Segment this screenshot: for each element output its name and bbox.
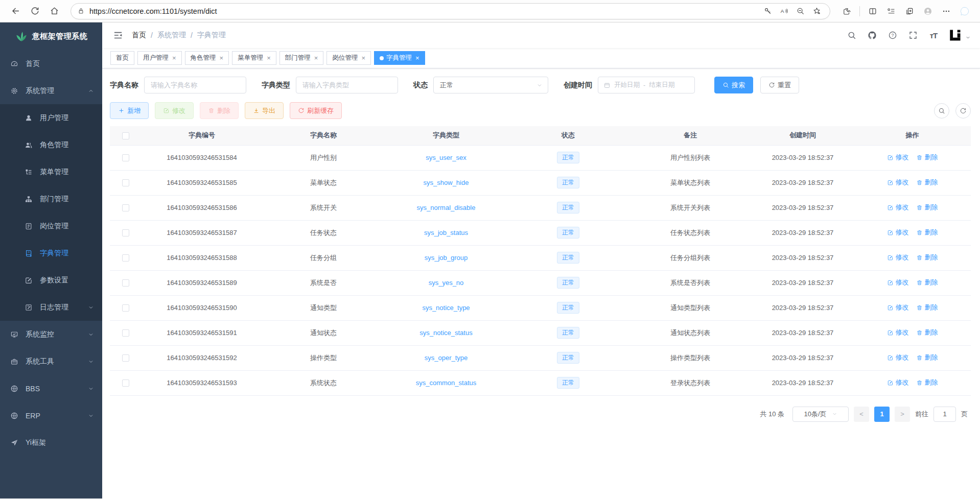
sidebar-item-8[interactable]: 参数设置 [0, 267, 102, 294]
browser-back-button[interactable] [7, 3, 24, 19]
edit-row-button[interactable]: 修改 [887, 153, 909, 162]
extensions-button[interactable] [838, 3, 855, 19]
row-checkbox[interactable] [122, 229, 129, 236]
sidebar-item-5[interactable]: 部门管理 [0, 185, 102, 212]
search-button[interactable]: 搜索 [714, 77, 753, 93]
row-checkbox[interactable] [122, 354, 129, 362]
dict-type-link[interactable]: sys_job_status [424, 229, 468, 236]
toggle-search-button[interactable] [934, 103, 949, 118]
dict-type-link[interactable]: sys_job_group [425, 254, 468, 262]
dict-type-link[interactable]: sys_user_sex [426, 154, 466, 161]
close-icon[interactable]: × [172, 55, 176, 61]
delete-row-button[interactable]: 删除 [916, 278, 938, 287]
close-icon[interactable]: × [314, 55, 318, 61]
font-size-button[interactable]: тT [927, 29, 940, 41]
edit-row-button[interactable]: 修改 [887, 378, 909, 387]
sidebar-item-4[interactable]: 菜单管理 [0, 158, 102, 185]
export-button[interactable]: 导出 [245, 102, 284, 119]
row-checkbox[interactable] [122, 154, 129, 161]
row-checkbox[interactable] [122, 254, 129, 262]
collections-button[interactable] [901, 3, 918, 19]
edit-row-button[interactable]: 修改 [887, 303, 909, 312]
prev-page-button[interactable]: < [854, 407, 869, 422]
edit-row-button[interactable]: 修改 [887, 278, 909, 287]
sidebar-item-2[interactable]: 用户管理 [0, 104, 102, 131]
delete-button[interactable]: 删除 [200, 102, 239, 119]
select-all-checkbox[interactable] [122, 132, 129, 139]
page-1-button[interactable]: 1 [874, 407, 890, 422]
close-icon[interactable]: × [361, 55, 365, 61]
dict-type-link[interactable]: sys_common_status [416, 379, 477, 387]
sidebar-item-14[interactable]: Yi框架 [0, 429, 102, 456]
delete-row-button[interactable]: 删除 [916, 253, 938, 262]
reset-button[interactable]: 重置 [760, 77, 799, 93]
row-checkbox[interactable] [122, 304, 129, 312]
edit-row-button[interactable]: 修改 [887, 228, 909, 237]
help-button[interactable] [886, 29, 899, 41]
sidebar-item-3[interactable]: 角色管理 [0, 131, 102, 158]
add-favorite-button[interactable] [809, 4, 824, 18]
dict-type-link[interactable]: sys_show_hide [424, 179, 469, 186]
sidebar-item-0[interactable]: 首页 [0, 50, 102, 77]
password-key-button[interactable] [760, 4, 775, 18]
address-bar[interactable]: https://ccnetcore.com:1101/system/dict [71, 3, 830, 19]
sidebar-item-13[interactable]: ERP [0, 402, 102, 429]
copilot-button[interactable] [956, 3, 973, 19]
delete-row-button[interactable]: 删除 [916, 328, 938, 337]
sidebar-item-10[interactable]: 系统监控 [0, 321, 102, 348]
close-icon[interactable]: × [415, 55, 419, 61]
date-range-picker[interactable]: 开始日期 - 结束日期 [598, 77, 695, 93]
edit-row-button[interactable]: 修改 [887, 178, 909, 187]
page-size-select[interactable]: 10条/页 [792, 407, 849, 422]
delete-row-button[interactable]: 删除 [916, 353, 938, 362]
edit-row-button[interactable]: 修改 [887, 328, 909, 337]
delete-row-button[interactable]: 删除 [916, 303, 938, 312]
sidebar-item-12[interactable]: BBS [0, 375, 102, 402]
zoom-out-button[interactable] [793, 4, 807, 18]
dict-type-input[interactable] [296, 77, 398, 93]
close-icon[interactable]: × [220, 55, 224, 61]
sidebar-item-11[interactable]: 系统工具 [0, 348, 102, 375]
split-screen-button[interactable] [865, 3, 881, 19]
url-text[interactable]: https://ccnetcore.com:1101/system/dict [89, 7, 760, 15]
dict-name-input[interactable] [144, 77, 246, 93]
row-checkbox[interactable] [122, 329, 129, 337]
dict-type-link[interactable]: sys_notice_type [422, 304, 470, 312]
add-button[interactable]: 新增 [110, 102, 149, 119]
edit-button[interactable]: 修改 [155, 102, 194, 119]
delete-row-button[interactable]: 删除 [916, 178, 938, 187]
browser-home-button[interactable] [46, 3, 62, 19]
delete-row-button[interactable]: 删除 [916, 153, 938, 162]
tab-3[interactable]: 菜单管理× [232, 51, 276, 65]
delete-row-button[interactable]: 删除 [916, 228, 938, 237]
favorites-button[interactable] [883, 3, 899, 19]
browser-menu-button[interactable] [938, 3, 954, 19]
read-aloud-button[interactable] [777, 4, 791, 18]
edit-row-button[interactable]: 修改 [887, 203, 909, 212]
fullscreen-button[interactable] [907, 29, 919, 41]
edit-row-button[interactable]: 修改 [887, 253, 909, 262]
next-page-button[interactable]: > [895, 407, 910, 422]
dict-type-link[interactable]: sys_normal_disable [417, 204, 476, 211]
tab-1[interactable]: 用户管理× [137, 51, 182, 65]
sidebar-item-1[interactable]: 系统管理 [0, 77, 102, 104]
row-checkbox[interactable] [122, 204, 129, 211]
tab-2[interactable]: 角色管理× [185, 51, 229, 65]
browser-refresh-button[interactable] [27, 3, 43, 19]
refresh-cache-button[interactable]: 刷新缓存 [290, 102, 342, 119]
delete-row-button[interactable]: 删除 [916, 203, 938, 212]
browser-profile-button[interactable] [920, 3, 936, 19]
goto-page-input[interactable] [934, 407, 956, 422]
dict-type-link[interactable]: sys_notice_status [419, 329, 472, 337]
status-select[interactable]: 正常 [433, 77, 548, 93]
breadcrumb-home[interactable]: 首页 [132, 31, 146, 40]
sidebar-item-9[interactable]: 日志管理 [0, 294, 102, 321]
github-link-button[interactable] [866, 29, 878, 41]
close-icon[interactable]: × [267, 55, 271, 61]
tab-0[interactable]: 首页 [110, 51, 134, 65]
row-checkbox[interactable] [122, 379, 129, 387]
refresh-table-button[interactable] [955, 103, 971, 118]
dict-type-link[interactable]: sys_yes_no [429, 279, 464, 287]
sidebar-item-6[interactable]: 岗位管理 [0, 212, 102, 240]
tab-6[interactable]: 字典管理× [374, 51, 425, 65]
